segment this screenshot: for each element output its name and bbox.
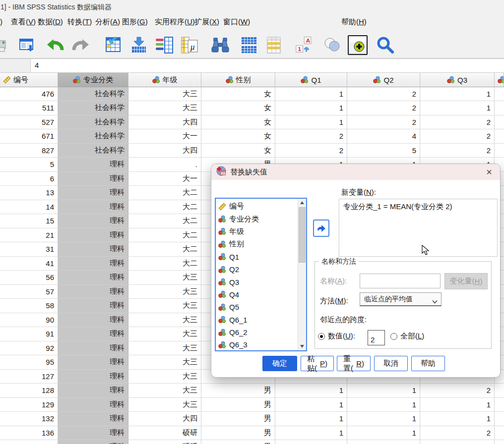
cell[interactable]: 57 (0, 285, 58, 299)
help-button[interactable]: 帮助 (411, 356, 445, 371)
cell[interactable]: 理科 (58, 271, 128, 285)
select-cases-icon[interactable] (264, 35, 284, 55)
cell[interactable]: 大二 (128, 214, 201, 228)
method-dropdown[interactable]: 临近点的平均值 (360, 292, 441, 306)
cell[interactable]: 大二 (128, 200, 201, 215)
search-icon[interactable] (376, 35, 395, 55)
cell[interactable]: 硕研 (128, 440, 201, 444)
cell[interactable]: 4 (347, 129, 420, 144)
redo-icon[interactable] (70, 35, 90, 55)
cell[interactable]: 大二 (128, 228, 201, 243)
scroll-up-icon[interactable] (298, 199, 306, 207)
menu-item-edit-partial[interactable]: ) (0, 17, 2, 26)
variable-item-Q1[interactable]: Q1 (216, 251, 299, 263)
cell[interactable]: 2 (420, 115, 495, 130)
cell[interactable]: 1 (420, 398, 495, 412)
cell[interactable]: 1 (275, 398, 347, 412)
scrollbar-thumb[interactable] (299, 207, 306, 263)
cell[interactable]: 大二 (128, 242, 201, 257)
scroll-down-icon[interactable] (298, 342, 306, 350)
use-variable-sets-icon[interactable] (322, 35, 342, 55)
variable-item-Q5[interactable]: Q5 (216, 301, 299, 313)
cell[interactable]: 1 (275, 87, 347, 102)
close-icon[interactable]: × (483, 166, 495, 178)
cell[interactable]: 大三 (128, 101, 201, 115)
variables-icon[interactable] (155, 35, 175, 55)
column-header-Q3[interactable]: Q3 (420, 73, 495, 87)
cell[interactable]: 理科 (58, 200, 128, 215)
value-labels-icon[interactable]: A1 (295, 35, 315, 55)
cell[interactable]: 大三 (128, 341, 201, 356)
cell[interactable]: 理科 (58, 228, 128, 243)
cell[interactable]: 1 (275, 426, 347, 441)
cell[interactable]: 大四 (128, 412, 201, 426)
undo-icon[interactable] (46, 35, 65, 55)
cell[interactable]: 社会科学 (58, 115, 128, 130)
cell[interactable]: 511 (0, 101, 58, 115)
cell[interactable]: 127 (0, 370, 58, 384)
cell[interactable]: 2 (420, 440, 495, 444)
variable-item-专业分类[interactable]: 专业分类 (216, 213, 299, 225)
cell[interactable]: 2 (275, 129, 347, 144)
insert-cases-icon[interactable] (129, 35, 149, 55)
menu-item-extensions[interactable]: 扩展(X) (194, 17, 219, 27)
name-input[interactable] (360, 274, 441, 288)
cell[interactable]: 14 (0, 200, 58, 215)
cell[interactable]: 男 (201, 398, 275, 412)
radio-unchecked-icon[interactable] (390, 333, 397, 340)
variable-list-scrollbar[interactable] (298, 199, 306, 350)
cell[interactable]: 827 (0, 144, 58, 158)
menu-item-window[interactable]: 窗口(W) (223, 17, 250, 27)
cell[interactable]: 大三 (128, 87, 201, 102)
printer-icon[interactable] (0, 35, 18, 55)
cell[interactable]: 大三 (128, 384, 201, 398)
variable-item-Q2[interactable]: Q2 (216, 263, 299, 276)
cell[interactable]: 1 (347, 440, 420, 444)
cell[interactable]: 2 (275, 144, 347, 158)
cell[interactable]: 129 (0, 398, 58, 412)
cell[interactable]: 理科 (58, 158, 128, 172)
cell[interactable]: 5 (0, 158, 58, 172)
dialog-title-bar[interactable]: 替换缺失值 × (211, 164, 500, 180)
cell[interactable]: 1 (420, 101, 495, 115)
cell[interactable]: 社会科学 (58, 144, 128, 158)
cell[interactable]: 女 (201, 144, 275, 158)
cell[interactable]: 大二 (128, 186, 201, 200)
cell[interactable]: 社会科学 (58, 87, 128, 102)
column-header-年级[interactable]: 年级 (128, 73, 201, 87)
cell[interactable]: 理科 (58, 257, 128, 271)
column-header-编号[interactable]: 编号 (0, 73, 58, 87)
reset-button[interactable]: 重置(R) (337, 356, 371, 371)
variable-item-Q6_1[interactable]: Q6_1 (216, 314, 299, 326)
cell[interactable]: 1 (275, 384, 347, 398)
menu-item-graphs[interactable]: 图形(G) (122, 17, 148, 27)
cell[interactable]: 大三 (128, 355, 201, 370)
variable-item-性别[interactable]: 性别 (216, 238, 299, 250)
cell[interactable]: 男 (201, 426, 275, 441)
cell[interactable]: 90 (0, 313, 58, 328)
cell[interactable]: 1 (347, 384, 420, 398)
cell[interactable]: 1 (275, 101, 347, 115)
goto-case-icon[interactable] (102, 35, 122, 55)
column-header-性别[interactable]: 性别 (201, 73, 275, 87)
recall-dialogs-icon[interactable] (17, 35, 37, 55)
cell[interactable]: 58 (0, 299, 58, 313)
cell[interactable]: 1 (275, 412, 347, 426)
cell[interactable]: 2 (347, 101, 420, 115)
menu-item-transform[interactable]: 转换(T) (67, 17, 92, 27)
menu-item-view[interactable]: 查看(V) (11, 17, 36, 27)
cell[interactable]: 理科 (58, 398, 128, 412)
cell[interactable]: 128 (0, 384, 58, 398)
cell[interactable]: 理科 (58, 370, 128, 384)
cell[interactable]: 137 (0, 440, 58, 444)
cell[interactable]: 大二 (128, 257, 201, 271)
cell[interactable]: 41 (0, 257, 58, 271)
radio-all-option[interactable]: 全部(L) (390, 332, 424, 341)
cell[interactable]: 男 (201, 440, 275, 444)
cell[interactable]: 大三 (128, 327, 201, 341)
cell[interactable]: 21 (0, 228, 58, 243)
cell[interactable]: 91 (0, 327, 58, 341)
menu-item-help[interactable]: 帮助(H) (341, 17, 367, 27)
cell[interactable]: 671 (0, 129, 58, 144)
variable-item-编号[interactable]: 编号 (216, 200, 299, 213)
